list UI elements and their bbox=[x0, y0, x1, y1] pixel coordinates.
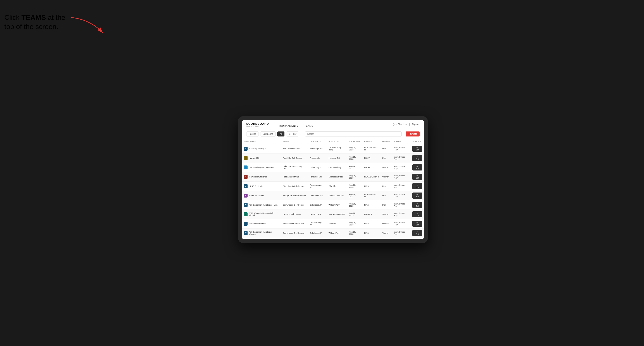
start-date-cell: Aug 24, 2023 bbox=[347, 144, 362, 153]
table-row: M Morris Invitational Ruttger's Bay Lake… bbox=[242, 191, 424, 200]
scoring-cell: team, Stroke Play bbox=[392, 153, 411, 163]
team-logo: M bbox=[244, 147, 248, 151]
event-name: Highland 36 bbox=[249, 157, 259, 159]
event-name-cell: M Morris Invitational bbox=[242, 191, 281, 200]
gender-cell: Men bbox=[381, 153, 392, 163]
tablet-screen: SCOREBOARD Powered by Clippit TOURNAMENT… bbox=[242, 120, 424, 239]
gender-cell: Men bbox=[381, 181, 392, 191]
division-cell: NCAA Division III bbox=[362, 191, 380, 200]
edit-button[interactable]: ✏ Edit bbox=[412, 174, 422, 180]
gender-cell: Men bbox=[381, 238, 392, 239]
edit-button[interactable]: ✏ Edit bbox=[412, 192, 422, 199]
city-state-cell: Freeport, IL bbox=[308, 153, 327, 163]
start-date-cell: Aug 28, 2023 bbox=[347, 219, 362, 228]
table-row: U UPKE Fall Invite StoneCrest Golf Cours… bbox=[242, 181, 424, 191]
edit-button[interactable]: ✏ Edit bbox=[412, 165, 422, 171]
table-row: H Highland 36 Park Hills Golf Course Fre… bbox=[242, 153, 424, 163]
table-row: W Fall Statesmen Invitational - Men Edmu… bbox=[242, 200, 424, 209]
edit-button[interactable]: ✏ Edit bbox=[412, 230, 422, 236]
event-name-cell: U UPKE Fall Invite bbox=[242, 181, 281, 191]
edit-button[interactable]: ✏ Edit bbox=[412, 211, 422, 217]
edit-button[interactable]: ✏ Edit bbox=[412, 183, 422, 189]
logo-text: SCOREBOARD bbox=[246, 122, 269, 125]
actions-cell: ✏ Edit bbox=[411, 181, 424, 191]
settings-icon[interactable]: ⚙ bbox=[393, 123, 396, 126]
tab-tournaments[interactable]: TOURNAMENTS bbox=[276, 123, 301, 129]
all-filter-button[interactable]: All bbox=[277, 132, 284, 137]
hosted-by-cell: Pikeville bbox=[327, 219, 347, 228]
start-date-cell: Aug 26, 2023 bbox=[347, 163, 362, 172]
venue-cell: Park Hills Golf Course bbox=[281, 153, 308, 163]
edit-button[interactable]: ✏ Edit bbox=[412, 221, 422, 227]
gender-cell: Women bbox=[381, 163, 392, 172]
gender-cell: Men bbox=[381, 191, 392, 200]
actions-cell: ✏ Edit bbox=[411, 163, 424, 172]
hosted-by-cell: Minnesota-Morris bbox=[327, 191, 347, 200]
venue-cell: Lake Bracken Country Club bbox=[281, 163, 308, 172]
edit-button[interactable]: ✏ Edit bbox=[412, 146, 422, 152]
city-state-cell: Prestonsburg, KY bbox=[308, 181, 327, 191]
event-name-cell: U upike fall invitational bbox=[242, 219, 281, 228]
tablet-frame: SCOREBOARD Powered by Clippit TOURNAMENT… bbox=[238, 116, 428, 243]
event-name: upike fall invitational bbox=[249, 223, 266, 225]
col-division: DIVISION bbox=[362, 139, 380, 144]
scoring-cell: team, Stroke Play bbox=[392, 144, 411, 153]
edit-button[interactable]: ✏ Edit bbox=[412, 155, 422, 161]
venue-cell: Ruttger's Bay Lake Resort bbox=[281, 191, 308, 200]
create-button[interactable]: + Create bbox=[406, 132, 420, 137]
hosted-by-cell: Carl Sandburg bbox=[327, 163, 347, 172]
search-input[interactable] bbox=[305, 132, 402, 137]
table-container: EVENT NAME VENUE CITY, STATE HOSTED BY S… bbox=[242, 139, 424, 239]
event-name: Fall Statesmen Invitational - Women bbox=[249, 231, 280, 235]
hosted-by-cell: William Penn bbox=[327, 200, 347, 209]
venue-cell: Faribault Golf Club bbox=[281, 172, 308, 181]
sign-out-link[interactable]: Sign out bbox=[412, 123, 420, 126]
separator: | bbox=[409, 123, 410, 126]
tournaments-table: EVENT NAME VENUE CITY, STATE HOSTED BY S… bbox=[242, 139, 424, 239]
table-header: EVENT NAME VENUE CITY, STATE HOSTED BY S… bbox=[242, 139, 424, 144]
hosted-by-cell: Vincennes bbox=[327, 238, 347, 239]
venue-cell: Cypress Hills Golf Club bbox=[281, 238, 308, 239]
team-logo: W bbox=[244, 231, 248, 235]
start-date-cell: Aug 28, 2023 bbox=[347, 209, 362, 219]
event-name-cell: V VU PREVIEW bbox=[242, 238, 281, 239]
venue-cell: Edmundson Golf Course bbox=[281, 200, 308, 209]
hosted-by-cell: Minnesota State bbox=[327, 172, 347, 181]
gender-cell: Women bbox=[381, 219, 392, 228]
division-cell: NCAA Division III bbox=[362, 144, 380, 153]
teams-emphasis: TEAMS bbox=[22, 13, 46, 21]
actions-cell: ✏ Edit bbox=[411, 228, 424, 238]
toolbar: Hosting Competing All ☰ Filter + Create bbox=[242, 129, 424, 139]
team-logo: M bbox=[244, 194, 248, 197]
filter-button[interactable]: ☰ Filter bbox=[286, 132, 299, 137]
competing-filter-button[interactable]: Competing bbox=[260, 132, 276, 137]
scoring-cell: team, Stroke Play bbox=[392, 238, 411, 239]
gender-cell: Women bbox=[381, 172, 392, 181]
team-logo: M bbox=[244, 175, 248, 179]
venue-cell: The Powelton Club bbox=[281, 144, 308, 153]
city-state-cell: Oskaloosa, IA bbox=[308, 228, 327, 238]
table-row: V VU PREVIEW Cypress Hills Golf Club Vin… bbox=[242, 238, 424, 239]
col-venue: VENUE bbox=[281, 139, 308, 144]
team-logo: H bbox=[244, 212, 248, 216]
edit-button[interactable]: ✏ Edit bbox=[412, 202, 422, 208]
city-state-cell: Prestonsburg, KY bbox=[308, 219, 327, 228]
event-name-cell: M MSMC Qualifying 1 bbox=[242, 144, 281, 153]
header-right: ⚙ Test User | Sign out bbox=[393, 123, 420, 126]
division-cell: NICAA II bbox=[362, 209, 380, 219]
scoring-cell: team, Stroke Play bbox=[392, 209, 411, 219]
app-header: SCOREBOARD Powered by Clippit TOURNAMENT… bbox=[242, 120, 424, 129]
event-name-cell: M Maverick Invitational bbox=[242, 172, 281, 181]
logo-sub: Powered by Clippit bbox=[246, 125, 269, 127]
actions-cell: ✏ Edit bbox=[411, 238, 424, 239]
hosting-filter-button[interactable]: Hosting bbox=[246, 132, 258, 137]
event-name: Morris Invitational bbox=[249, 194, 264, 197]
col-hosted-by: HOSTED BY bbox=[327, 139, 347, 144]
scoring-cell: team, Stroke Play bbox=[392, 200, 411, 209]
event-name: MSMC Qualifying 1 bbox=[249, 148, 266, 150]
event-name-cell: C Carl Sandburg Women FA23 bbox=[242, 163, 281, 172]
tab-teams[interactable]: TEAMS bbox=[301, 123, 316, 129]
city-state-cell: Galesburg, IL bbox=[308, 163, 327, 172]
event-name-cell: W Fall Statesmen Invitational - Men bbox=[242, 200, 281, 209]
actions-cell: ✏ Edit bbox=[411, 209, 424, 219]
